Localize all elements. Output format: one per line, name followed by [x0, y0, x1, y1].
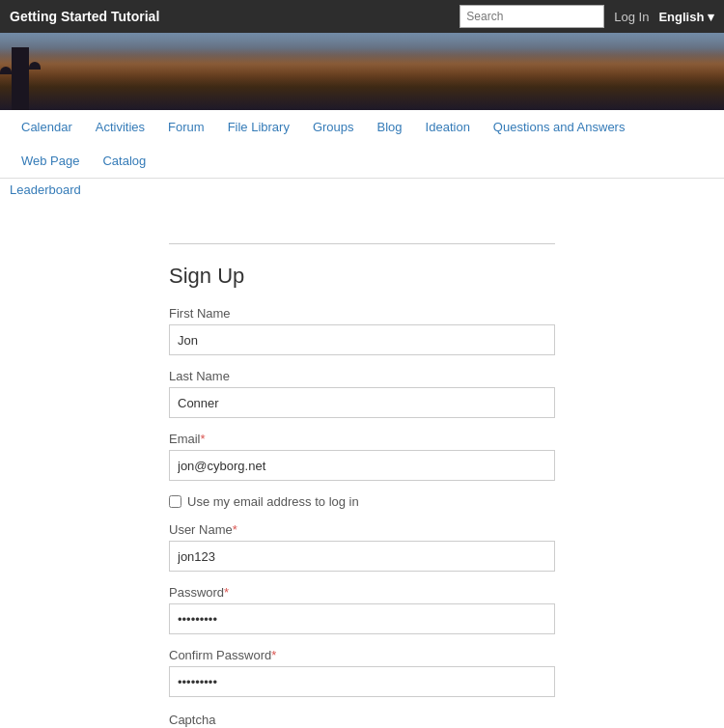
username-input[interactable] — [169, 541, 555, 572]
banner — [0, 33, 724, 110]
cactus-icon — [12, 47, 29, 110]
header-right: Log In English ▾ — [459, 5, 714, 28]
last-name-group: Last Name — [169, 369, 555, 418]
banner-image — [0, 33, 724, 110]
search-input[interactable] — [459, 5, 604, 28]
nav-item-web-page[interactable]: Web Page — [10, 144, 91, 178]
email-required: * — [201, 432, 206, 446]
confirm-password-input[interactable] — [169, 666, 555, 697]
first-name-group: First Name — [169, 306, 555, 355]
username-required: * — [233, 522, 237, 537]
password-input[interactable] — [169, 603, 555, 634]
nav-item-blog[interactable]: Blog — [366, 110, 414, 144]
use-email-label: Use my email address to log in — [187, 494, 359, 509]
captcha-label: Captcha — [169, 713, 555, 727]
nav-item-activities[interactable]: Activities — [84, 110, 156, 144]
email-group: Email* — [169, 432, 555, 481]
email-input[interactable] — [169, 450, 555, 481]
password-group: Password* — [169, 585, 555, 634]
nav-item-questions-answers[interactable]: Questions and Answers — [482, 110, 637, 144]
nav-item-file-library[interactable]: File Library — [216, 110, 301, 144]
confirm-password-required: * — [271, 648, 276, 662]
captcha-section: Captcha 33496 Refresh — [169, 713, 555, 728]
username-label: User Name* — [169, 522, 555, 537]
password-label: Password* — [169, 585, 555, 600]
nav-item-calendar[interactable]: Calendar — [10, 110, 84, 144]
nav-item-groups[interactable]: Groups — [301, 110, 366, 144]
nav-item-ideation[interactable]: Ideation — [414, 110, 482, 144]
first-name-label: First Name — [169, 306, 555, 321]
confirm-password-label: Confirm Password* — [169, 648, 555, 662]
username-group: User Name* — [169, 522, 555, 572]
language-selector[interactable]: English ▾ — [658, 10, 714, 24]
signup-form-container: Sign Up First Name Last Name Email* Use … — [169, 224, 555, 728]
confirm-password-group: Confirm Password* — [169, 648, 555, 697]
email-checkbox-row: Use my email address to log in — [169, 494, 555, 509]
nav-second-row: Leaderboard — [0, 179, 724, 205]
password-required: * — [224, 585, 229, 600]
nav-item-leaderboard[interactable]: Leaderboard — [10, 179, 81, 201]
main-content: Sign Up First Name Last Name Email* Use … — [0, 205, 724, 728]
site-title: Getting Started Tutorial — [10, 9, 159, 24]
form-title: Sign Up — [169, 264, 555, 289]
use-email-checkbox[interactable] — [169, 495, 181, 508]
nav-item-forum[interactable]: Forum — [156, 110, 216, 144]
header: Getting Started Tutorial Log In English … — [0, 0, 724, 33]
form-top-divider — [169, 243, 555, 244]
first-name-input[interactable] — [169, 324, 555, 355]
nav-bar: Calendar Activities Forum File Library G… — [0, 110, 724, 179]
last-name-input[interactable] — [169, 387, 555, 418]
login-link[interactable]: Log In — [614, 10, 649, 24]
email-label: Email* — [169, 432, 555, 446]
last-name-label: Last Name — [169, 369, 555, 383]
nav-item-catalog[interactable]: Catalog — [91, 144, 157, 178]
